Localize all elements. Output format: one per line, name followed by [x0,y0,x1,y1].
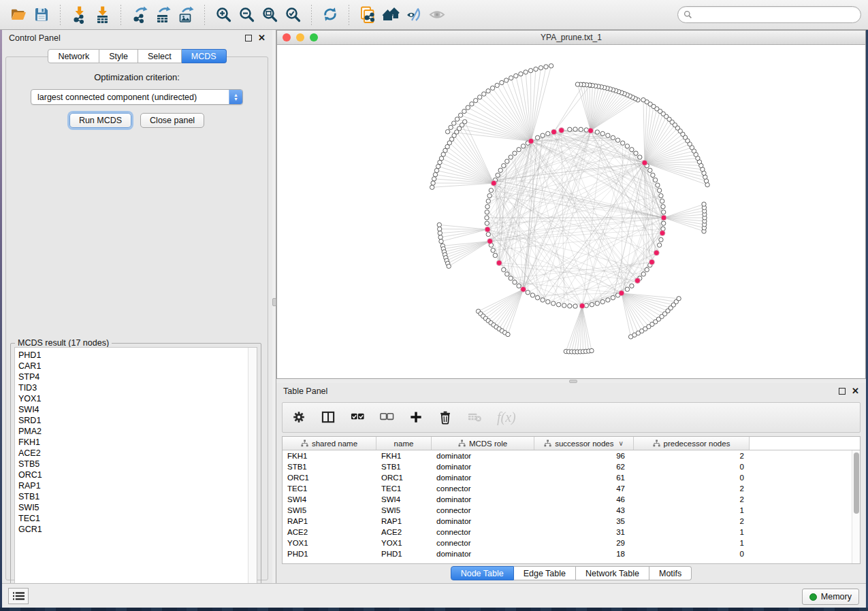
mcds-result-item[interactable]: STB5 [18,459,248,469]
graph-node[interactable] [493,253,497,257]
graph-node[interactable] [502,163,506,167]
tab-mcds[interactable]: MCDS [182,49,227,63]
task-history-button[interactable] [8,588,29,604]
graph-node[interactable] [653,178,657,182]
graph-node[interactable] [474,99,478,103]
graph-node[interactable] [449,125,453,129]
graph-node[interactable] [491,248,495,252]
mcds-result-item[interactable]: GCR1 [18,524,248,535]
graph-node[interactable] [502,267,506,271]
graph-node[interactable] [495,83,499,87]
graph-node[interactable] [530,293,534,297]
graph-node[interactable] [556,303,560,307]
graph-node[interactable] [506,332,510,336]
graph-node[interactable] [519,72,523,76]
column-header-predecessor-nodes[interactable]: predecessor nodes [634,437,750,450]
graph-node[interactable] [447,264,451,268]
graph-node[interactable] [611,135,615,139]
graph-node[interactable] [496,173,500,177]
table-row[interactable]: PHD1PHD1dominator180 [283,548,860,559]
graph-node[interactable] [441,152,445,156]
graph-node[interactable] [504,78,509,82]
graph-node[interactable] [514,73,518,78]
graph-node[interactable] [487,194,492,198]
table-row[interactable]: SWI4SWI4dominator462 [283,494,860,505]
graph-node[interactable] [606,133,610,137]
mcds-result-item[interactable]: ACE2 [18,448,248,459]
graph-node[interactable] [505,159,509,163]
mcds-result-item[interactable]: STB1 [18,491,248,502]
graph-node[interactable] [546,299,550,303]
zoom-fit-icon[interactable] [258,4,281,26]
graph-node[interactable] [659,194,663,198]
graph-node[interactable] [535,295,539,299]
mcds-result-item[interactable]: TID3 [18,382,248,393]
graph-node[interactable] [539,66,543,70]
graph-node[interactable] [430,185,434,189]
graph-hub-node[interactable] [559,128,564,133]
column-header-shared-name[interactable]: shared name [283,437,376,450]
table-row[interactable]: STB1STB1dominator620 [283,461,860,472]
column-header-name[interactable]: name [376,437,432,450]
graph-hub-node[interactable] [521,286,526,292]
deselect-all-icon[interactable] [380,410,394,425]
tab-edge-table[interactable]: Edge Table [514,566,576,580]
search-input[interactable] [696,10,855,20]
mcds-result-item[interactable]: RAP1 [18,480,248,491]
houses-icon[interactable] [379,4,402,26]
graph-node[interactable] [470,102,474,106]
graph-hub-node[interactable] [487,239,493,244]
table-panel-float-icon[interactable] [839,388,846,395]
graph-node[interactable] [600,131,605,135]
graph-node[interactable] [513,151,517,155]
mcds-result-item[interactable]: SWI4 [18,404,248,415]
export-table-icon[interactable] [151,4,174,26]
graph-node[interactable] [662,210,666,214]
graph-node[interactable] [486,89,490,93]
graph-node[interactable] [590,303,594,307]
graph-node[interactable] [535,135,539,139]
graph-hub-node[interactable] [654,250,659,256]
network-graph[interactable] [277,46,865,378]
tab-motifs[interactable]: Motifs [649,566,692,580]
import-table-icon[interactable] [91,4,114,26]
graph-node[interactable] [615,138,620,142]
graph-node[interactable] [438,235,443,240]
graph-node[interactable] [462,109,466,113]
delete-table-icon[interactable] [468,410,482,425]
graph-node[interactable] [432,177,436,181]
graph-node[interactable] [659,237,663,242]
control-panel-float-icon[interactable] [245,35,252,42]
graph-hub-node[interactable] [642,160,647,165]
table-row[interactable]: FKH1FKH1dominator962 [283,450,860,461]
table-scrollbar[interactable] [852,450,860,563]
graph-hub-node[interactable] [660,231,665,236]
graph-node[interactable] [486,199,490,203]
graph-node[interactable] [437,222,441,227]
table-row[interactable]: TEC1TEC1connector472 [283,483,860,494]
graph-node[interactable] [452,121,456,125]
graph-node[interactable] [509,76,513,80]
graph-node[interactable] [549,64,553,68]
graph-node[interactable] [595,130,599,134]
mcds-result-item[interactable]: FKH1 [18,437,248,448]
table-row[interactable]: SWI5SWI5connector431 [283,505,860,516]
graph-node[interactable] [489,188,493,193]
graph-node[interactable] [662,221,666,225]
graph-node[interactable] [600,299,605,303]
mcds-result-item[interactable]: STP4 [18,371,248,382]
graph-node[interactable] [534,67,538,71]
select-all-icon[interactable] [351,410,365,425]
mcds-result-item[interactable]: ORC1 [18,469,248,480]
open-file-icon[interactable] [7,4,30,26]
graph-hub-node[interactable] [491,180,496,186]
graph-node[interactable] [482,92,486,96]
tab-select[interactable]: Select [138,49,182,63]
graph-node[interactable] [657,243,661,247]
mcds-result-item[interactable]: YOX1 [18,393,248,404]
graph-hub-node[interactable] [634,278,640,283]
mcds-result-item[interactable]: SRD1 [18,415,248,426]
graph-node[interactable] [573,304,577,308]
column-header-MCDS-role[interactable]: MCDS role [432,437,534,450]
table-scrollbar-thumb[interactable] [854,452,859,514]
